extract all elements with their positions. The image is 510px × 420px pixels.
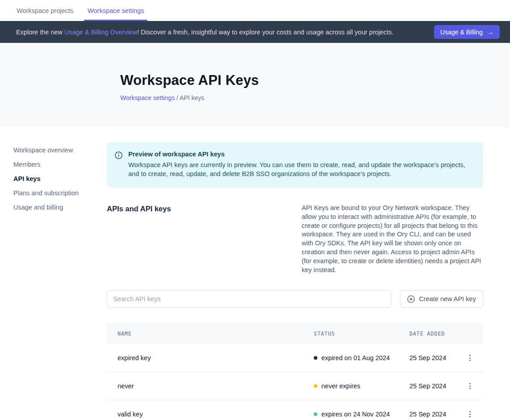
column-header-date-added: DATE ADDED <box>409 331 462 337</box>
api-key-name: valid key <box>118 411 314 418</box>
content-area: Preview of workspace API keys Workspace … <box>107 127 483 420</box>
preview-callout: Preview of workspace API keys Workspace … <box>107 142 483 188</box>
breadcrumb-separator: / <box>175 94 180 101</box>
info-icon <box>115 151 122 178</box>
column-header-name: NAME <box>118 331 314 337</box>
sidebar-item-workspace-overview[interactable]: Workspace overview <box>13 143 107 157</box>
create-api-key-button[interactable]: Create new API key <box>400 290 483 308</box>
row-actions-menu-icon[interactable] <box>468 409 472 419</box>
section-heading: APIs and API keys <box>107 204 302 274</box>
tab-workspace-settings[interactable]: Workspace settings <box>87 0 145 21</box>
top-navigation: Workspace projects Workspace settings <box>0 0 510 21</box>
api-key-date-added: 25 Sep 2024 <box>409 354 462 361</box>
column-header-status: STATUS <box>314 331 409 337</box>
status-text: expires on 24 Nov 2024 <box>321 411 390 418</box>
usage-billing-banner: Explore the new Usage & Billing Overview… <box>0 21 510 43</box>
callout-content: Preview of workspace API keys Workspace … <box>128 151 472 178</box>
api-key-date-added: 25 Sep 2024 <box>409 411 462 418</box>
table-row: expired key expired on 01 Aug 2024 25 Se… <box>107 344 483 372</box>
banner-text-after: ! Discover a fresh, insightful way to ex… <box>137 29 394 36</box>
breadcrumb: Workspace settings / API keys <box>120 94 497 101</box>
create-api-key-label: Create new API key <box>419 295 476 302</box>
breadcrumb-workspace-settings-link[interactable]: Workspace settings <box>120 94 175 101</box>
section-description: API Keys are bound to your Ory Network w… <box>302 204 483 274</box>
banner-message: Explore the new Usage & Billing Overview… <box>16 29 434 36</box>
api-key-status: never expires <box>314 382 409 390</box>
sidebar-item-plans-and-subscription[interactable]: Plans and subscription <box>13 186 107 200</box>
plus-circle-icon <box>407 295 415 303</box>
sidebar-item-api-keys[interactable]: API keys <box>13 172 107 186</box>
tab-workspace-projects[interactable]: Workspace projects <box>16 0 74 21</box>
usage-billing-overview-link[interactable]: Usage & Billing Overview <box>64 29 137 36</box>
api-key-name: expired key <box>118 354 314 361</box>
status-dot <box>314 412 317 416</box>
row-actions-menu-icon[interactable] <box>468 381 472 391</box>
search-input[interactable] <box>107 290 391 308</box>
arrow-right-icon: → <box>487 28 493 36</box>
usage-billing-button-label: Usage & Billing <box>440 29 483 36</box>
callout-body: Workspace API keys are currently in prev… <box>128 160 472 178</box>
page-header: Workspace API Keys Workspace settings / … <box>0 43 510 127</box>
table-header: NAME STATUS DATE ADDED <box>107 323 483 344</box>
page-title: Workspace API Keys <box>120 72 497 88</box>
api-key-name: never <box>118 382 314 390</box>
api-key-status: expires on 24 Nov 2024 <box>314 411 409 418</box>
settings-sidebar: Workspace overview Members API keys Plan… <box>0 127 107 214</box>
sidebar-item-members[interactable]: Members <box>13 157 107 172</box>
banner-text-before: Explore the new <box>16 29 64 36</box>
status-text: expired on 01 Aug 2024 <box>321 354 390 361</box>
breadcrumb-current: API keys <box>180 94 204 101</box>
row-actions-menu-icon[interactable] <box>468 353 472 363</box>
table-row: never never expires 25 Sep 2024 <box>107 372 483 400</box>
table-row: valid key expires on 24 Nov 2024 25 Sep … <box>107 400 483 420</box>
main-layout: Workspace overview Members API keys Plan… <box>0 127 510 420</box>
status-dot <box>314 356 317 360</box>
callout-title: Preview of workspace API keys <box>128 151 472 158</box>
api-key-date-added: 25 Sep 2024 <box>409 382 462 390</box>
apis-section: APIs and API keys API Keys are bound to … <box>107 204 483 274</box>
usage-billing-button[interactable]: Usage & Billing → <box>434 25 500 39</box>
status-dot <box>314 384 317 388</box>
api-keys-table: NAME STATUS DATE ADDED expired key expir… <box>107 323 483 420</box>
sidebar-item-usage-and-billing[interactable]: Usage and billing <box>13 200 107 214</box>
api-key-status: expired on 01 Aug 2024 <box>314 354 409 361</box>
api-keys-toolbar: Create new API key <box>107 290 483 308</box>
status-text: never expires <box>321 382 360 390</box>
